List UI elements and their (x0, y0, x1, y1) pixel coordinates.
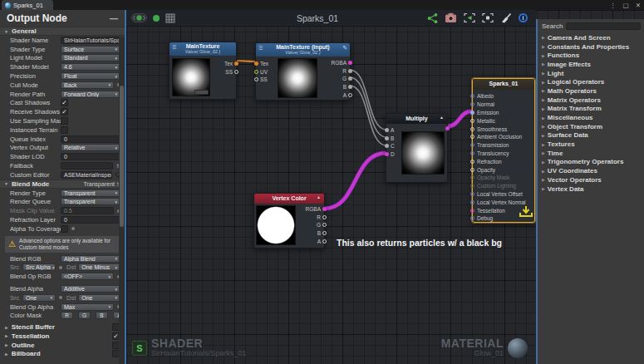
foldout-tessellation[interactable]: ▶Tessellation✓ (0, 332, 125, 341)
live-preview-toggle-icon[interactable] (131, 13, 147, 22)
checkbox-receive-shadows[interactable]: ✓ (61, 108, 68, 116)
dropdown-blend-alpha[interactable]: Additive▾ (61, 285, 120, 293)
mask-button-g[interactable]: G (78, 312, 91, 319)
port-dot-a[interactable] (348, 93, 352, 97)
section-general[interactable]: ▼ General (0, 27, 125, 36)
node-header[interactable]: ☰ MainTexture Value( Glow_02 ) (170, 42, 236, 56)
panel-minimize-icon[interactable]: — (110, 14, 118, 23)
focus-on-master-icon[interactable] (482, 12, 494, 23)
checkbox-instanced-terrain[interactable] (61, 126, 68, 134)
port-dot-ambient-occlusion[interactable] (470, 135, 474, 139)
window-close-icon[interactable]: ✕ (636, 2, 641, 9)
info-icon[interactable]: i (519, 13, 528, 22)
port-dot-a[interactable] (385, 128, 389, 132)
option-dot-icon[interactable] (59, 296, 62, 299)
palette-category-object-transform[interactable]: ▶Object Transform (542, 122, 644, 131)
share-icon[interactable] (427, 12, 438, 24)
section-blend-mode[interactable]: ▼ Blend Mode Transparent ⇅ (0, 180, 125, 189)
palette-category-trigonometry-operators[interactable]: ▶Trigonometry Operators (542, 158, 644, 167)
dropdown-light-model[interactable]: Standard▾ (61, 54, 120, 61)
port-dot-metallic[interactable] (470, 119, 474, 123)
port-dot-local-vertex-offset[interactable] (470, 192, 474, 196)
text-field-fallback[interactable] (61, 162, 113, 170)
panel-scrollbar-track[interactable] (119, 37, 125, 364)
palette-category-image-effects[interactable]: ▶Image Effects (542, 60, 644, 69)
text-field-shader-name[interactable]: SirHaianTutorials/Spark (61, 37, 120, 44)
port-dot-debug[interactable] (470, 216, 474, 220)
dropdown-render-queue[interactable]: Transparent▾ (61, 198, 120, 205)
clean-unused-nodes-icon[interactable] (500, 12, 512, 23)
collapse-icon[interactable]: ▲ (440, 116, 444, 120)
panel-scrollbar-thumb[interactable] (120, 86, 124, 227)
port-dot-normal[interactable] (470, 102, 474, 106)
port-multiply-out[interactable] (445, 126, 450, 130)
port-dot-tessellation[interactable] (470, 209, 474, 213)
port-dot-tex[interactable] (254, 61, 258, 66)
port-dot-b[interactable] (385, 136, 389, 140)
port-dot-ss[interactable] (234, 70, 238, 74)
port-dot-r[interactable] (322, 215, 327, 219)
save-shader-icon[interactable] (518, 204, 534, 222)
palette-category-surface-data[interactable]: ▶Surface Data (542, 131, 644, 140)
port-dot-local-vertex-normal[interactable] (470, 200, 474, 204)
port-dot-albedo[interactable] (470, 94, 474, 98)
dropdown-render-type[interactable]: Transparent▾ (61, 189, 120, 197)
port-dot-smoothness[interactable] (470, 127, 474, 131)
open-options-icon[interactable] (165, 13, 175, 23)
palette-category-textures[interactable]: ▶Textures (542, 140, 644, 149)
blend-mode-selector[interactable]: Transparent ⇅ (83, 181, 120, 187)
palette-category-constants-and-properties[interactable]: ▶Constants And Properties (542, 42, 644, 52)
port-dot-refraction[interactable] (470, 160, 474, 164)
dropdown-blend-op-rgb[interactable]: <OFF>▾ (61, 273, 114, 280)
dropdown-precision[interactable]: Float▾ (61, 72, 120, 80)
palette-category-matrix-transform[interactable]: ▶Matrix Transform (542, 105, 644, 114)
foldout-stencil-buffer[interactable]: ▶Stencil Buffer (0, 322, 125, 332)
node-header[interactable]: Vertex Color ▲ (254, 194, 324, 204)
tab-sparks-01[interactable]: Sparks_01 (2, 0, 53, 10)
text-field-shader-lod[interactable]: 0 (61, 153, 120, 160)
text-field-mask-clip-value[interactable]: 0.5 (61, 207, 114, 214)
collapse-icon[interactable]: ▲ (317, 195, 321, 199)
port-dot-b[interactable] (322, 231, 327, 235)
foldout-outline[interactable]: ▶Outline (0, 341, 125, 350)
edit-pencil-icon[interactable]: ✎ (342, 45, 347, 51)
checkbox-cast-shadows[interactable]: ✓ (61, 99, 68, 106)
port-dot-opacity-mask[interactable] (470, 175, 474, 180)
palette-category-time[interactable]: ▶Time (542, 149, 644, 158)
port-dot-ss[interactable] (254, 77, 258, 81)
checkbox-alpha-to-coverage[interactable] (61, 225, 68, 233)
option-dot-icon[interactable] (59, 266, 62, 269)
port-dot-g[interactable] (322, 223, 327, 227)
port-dot-rgba[interactable] (322, 207, 327, 211)
checkbox-use-sampling-mac[interactable] (61, 117, 68, 125)
search-input[interactable] (566, 22, 641, 30)
dropdown-shader-model[interactable]: 4.6▾ (61, 63, 120, 71)
port-dot-c[interactable] (385, 144, 389, 148)
dropdown-blend-op-alpha[interactable]: Max▾ (61, 303, 114, 311)
dropdown-blend-rgb[interactable]: Alpha Blend▾ (61, 255, 120, 263)
palette-category-matrix-operators[interactable]: ▶Matrix Operators (542, 96, 644, 105)
dropdown-shader-type[interactable]: Surface▾ (61, 46, 120, 53)
live-mode-indicator-icon[interactable] (152, 14, 160, 22)
dropdown-vertex-output[interactable]: Relative▾ (61, 144, 120, 151)
palette-category-miscellaneous[interactable]: ▶Miscellaneous (542, 113, 644, 122)
window-menu-icon[interactable]: ⋮ (610, 2, 617, 9)
palette-category-light[interactable]: ▶Light (542, 69, 644, 78)
mask-button-r[interactable]: R (61, 312, 73, 319)
palette-category-vertex-data[interactable]: ▶Vertex Data (542, 184, 644, 194)
palette-category-vector-operators[interactable]: ▶Vector Operators (542, 175, 644, 184)
mask-button-b[interactable]: B (96, 312, 108, 319)
palette-category-math-operators[interactable]: ▶Math Operators (542, 86, 644, 96)
palette-category-logical-operators[interactable]: ▶Logical Operators (542, 77, 644, 86)
port-dot-d[interactable] (385, 152, 389, 156)
port-dot-translucency[interactable] (470, 151, 474, 155)
port-dot-emission[interactable] (470, 111, 474, 115)
port-dot-opacity[interactable] (470, 168, 474, 172)
text-field-custom-editor[interactable]: ASEMaterialInspecto (61, 171, 112, 179)
texture-select-button[interactable] (194, 90, 209, 95)
node-header[interactable]: Sparks_01 (473, 79, 534, 90)
dropdown-render-path[interactable]: Forward Only▾ (61, 91, 120, 98)
port-dot-transmission[interactable] (470, 143, 474, 147)
dropdown-cull-mode[interactable]: Back▾ (61, 81, 114, 89)
text-field-refraction-layer[interactable]: 0 (61, 216, 120, 224)
